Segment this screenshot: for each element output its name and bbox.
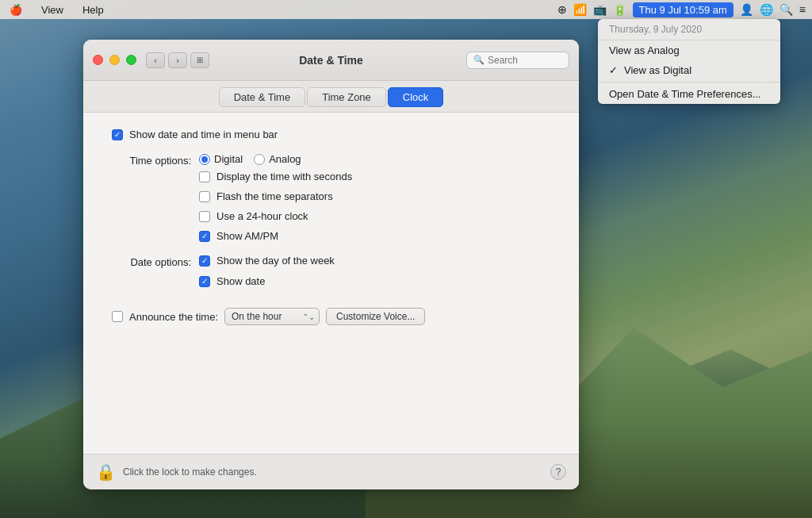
- tab-clock[interactable]: Clock: [388, 87, 444, 107]
- apple-menu[interactable]: 🍎: [6, 4, 25, 16]
- show-ampm-label: Show AM/PM: [216, 230, 278, 242]
- context-menu-analog-label: View as Analog: [609, 44, 680, 56]
- analog-label: Analog: [269, 153, 301, 165]
- date-options-content: ✓ Show the day of the week ✓ Show date: [199, 255, 335, 292]
- grid-button[interactable]: ⊞: [190, 52, 209, 68]
- wifi-icon[interactable]: 📶: [573, 3, 587, 16]
- time-options-content: Digital Analog Display the time with sec…: [199, 153, 352, 247]
- search-icon[interactable]: 🔍: [779, 3, 793, 16]
- time-options-label: Time options:: [112, 153, 199, 167]
- tab-date-time[interactable]: Date & Time: [219, 87, 306, 107]
- lock-text: Click the lock to make changes.: [123, 466, 257, 478]
- user-icon[interactable]: 👤: [740, 3, 753, 16]
- bottom-bar: 🔒 Click the lock to make changes. ?: [83, 454, 579, 489]
- 24hour-checkbox[interactable]: [199, 211, 210, 222]
- menu-lines-icon[interactable]: ≡: [799, 3, 806, 16]
- 24hour-row: Use a 24-hour clock: [199, 210, 352, 222]
- show-menubar-row: ✓ Show date and time in menu bar: [112, 129, 560, 140]
- context-menu-view-digital[interactable]: View as Digital: [598, 60, 780, 80]
- search-input[interactable]: [488, 55, 562, 66]
- window-title: Date & Time: [299, 54, 363, 67]
- announce-dropdown-value: On the hour: [232, 311, 282, 322]
- digital-radio-item[interactable]: Digital: [199, 153, 243, 165]
- time-sub-options: Display the time with seconds Flash the …: [199, 171, 352, 247]
- show-date-row: ✓ Show date: [199, 275, 335, 287]
- screencast-icon[interactable]: 📺: [593, 3, 607, 16]
- customize-voice-button[interactable]: Customize Voice...: [326, 308, 425, 325]
- traffic-lights: [93, 55, 136, 65]
- clock-tab-content: ✓ Show date and time in menu bar Time op…: [83, 113, 579, 454]
- menu-bar-left: 🍎 View Help: [6, 4, 107, 16]
- time-options-section: Time options: Digital Analog: [112, 153, 560, 292]
- 24hour-label: Use a 24-hour clock: [216, 210, 308, 222]
- help-button[interactable]: ?: [550, 464, 566, 480]
- context-menu-view-analog[interactable]: View as Analog: [598, 40, 780, 60]
- date-time-window: ‹ › ⊞ Date & Time 🔍 Date & Time Time Zon…: [83, 40, 579, 489]
- search-box: 🔍: [466, 52, 569, 69]
- minimize-button[interactable]: [109, 55, 120, 65]
- battery-icon: 🔋: [613, 3, 626, 16]
- show-menubar-label: Show date and time in menu bar: [129, 129, 278, 140]
- dropdown-arrow-icon: ⌃⌄: [302, 313, 315, 321]
- avatar-icon[interactable]: 🌐: [760, 3, 773, 16]
- digital-label: Digital: [214, 153, 243, 165]
- context-menu-date: Thursday, 9 July 2020: [598, 19, 780, 40]
- network-icon: ⊕: [557, 3, 567, 16]
- announce-row: Announce the time: On the hour ⌃⌄ Custom…: [112, 308, 560, 325]
- display-seconds-checkbox[interactable]: [199, 171, 210, 182]
- context-menu-divider: [598, 82, 780, 82]
- show-day-label: Show the day of the week: [216, 255, 335, 267]
- show-day-row: ✓ Show the day of the week: [199, 255, 335, 267]
- announce-label: Announce the time:: [129, 311, 218, 323]
- show-date-label: Show date: [216, 275, 265, 287]
- back-button[interactable]: ‹: [146, 52, 165, 68]
- show-ampm-checkbox[interactable]: ✓: [199, 231, 210, 242]
- announce-dropdown[interactable]: On the hour ⌃⌄: [224, 308, 320, 325]
- maximize-button[interactable]: [126, 55, 136, 65]
- analog-radio-item[interactable]: Analog: [254, 153, 301, 165]
- tab-time-zone[interactable]: Time Zone: [307, 87, 386, 107]
- flash-separators-checkbox[interactable]: [199, 191, 210, 202]
- menu-help[interactable]: Help: [79, 4, 107, 16]
- nav-buttons: ‹ ›: [146, 52, 187, 68]
- title-bar: ‹ › ⊞ Date & Time 🔍: [83, 40, 579, 81]
- time-options-row: Time options: Digital Analog: [112, 153, 560, 247]
- context-menu: Thursday, 9 July 2020 View as Analog Vie…: [598, 19, 780, 104]
- flash-separators-row: Flash the time separators: [199, 190, 352, 202]
- date-options-label: Date options:: [112, 255, 199, 268]
- menu-view[interactable]: View: [38, 4, 67, 16]
- context-menu-prefs-label: Open Date & Time Preferences...: [609, 88, 760, 100]
- show-ampm-row: ✓ Show AM/PM: [199, 230, 352, 242]
- announce-checkbox[interactable]: [112, 311, 123, 322]
- menu-bar: 🍎 View Help ⊕ 📶 📺 🔋 Thu 9 Jul 10:59 am 👤…: [0, 0, 812, 19]
- close-button[interactable]: [93, 55, 103, 65]
- digital-analog-row: Digital Analog: [199, 153, 352, 165]
- show-menubar-checkbox[interactable]: ✓: [112, 129, 123, 140]
- date-options-row: Date options: ✓ Show the day of the week…: [112, 255, 560, 292]
- analog-radio[interactable]: [254, 154, 265, 165]
- search-field-icon: 🔍: [473, 55, 485, 65]
- display-seconds-label: Display the time with seconds: [216, 171, 352, 182]
- menu-bar-right: ⊕ 📶 📺 🔋 Thu 9 Jul 10:59 am 👤 🌐 🔍 ≡: [557, 2, 806, 17]
- show-day-checkbox[interactable]: ✓: [199, 255, 210, 267]
- context-menu-digital-label: View as Digital: [624, 64, 691, 76]
- flash-separators-label: Flash the time separators: [216, 190, 333, 202]
- show-date-checkbox[interactable]: ✓: [199, 276, 210, 287]
- forward-button[interactable]: ›: [168, 52, 187, 68]
- display-seconds-row: Display the time with seconds: [199, 171, 352, 182]
- tab-bar: Date & Time Time Zone Clock: [83, 81, 579, 113]
- lock-icon[interactable]: 🔒: [96, 462, 115, 482]
- context-menu-open-prefs[interactable]: Open Date & Time Preferences...: [598, 84, 780, 104]
- digital-radio[interactable]: [199, 154, 210, 165]
- menu-clock[interactable]: Thu 9 Jul 10:59 am: [633, 2, 733, 17]
